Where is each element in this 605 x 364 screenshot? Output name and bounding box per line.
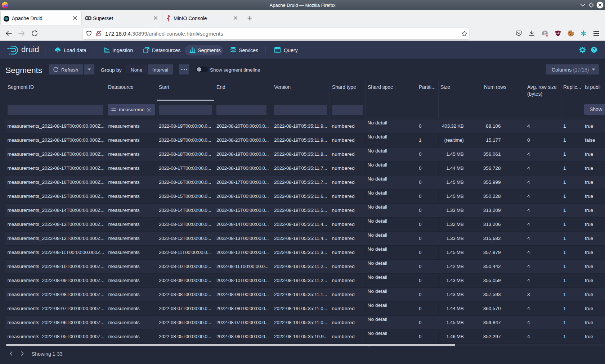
svg-text:uO: uO	[556, 32, 560, 34]
svg-text:?: ?	[593, 47, 595, 53]
